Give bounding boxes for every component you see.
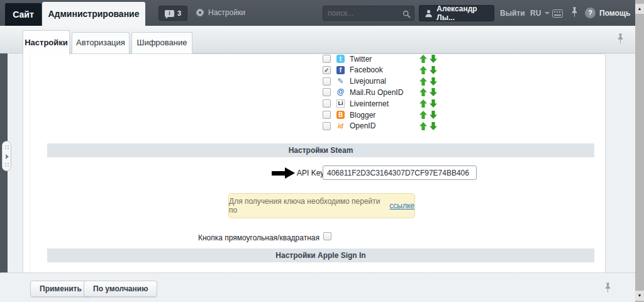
pin-tabs-icon[interactable] (617, 33, 624, 47)
expand-menu-handle[interactable] (2, 141, 11, 171)
help-label: Помощь (599, 9, 630, 18)
notice-text: Для получения ключа необходимо перейти п… (229, 197, 387, 215)
social-label: Liveinternet (350, 99, 389, 108)
grip-dots-icon (5, 163, 6, 164)
apple-section-header: Настройки Apple Sign In (47, 249, 594, 262)
move-down-icon[interactable] (430, 122, 437, 130)
list-item-facebook: ✓ f Facebook (323, 65, 437, 75)
rect-button-label: Кнопка прямоугольная/квадратная (164, 233, 319, 242)
search-icon[interactable] (402, 9, 411, 21)
steam-section-header: Настройки Steam (47, 143, 594, 157)
api-key-input[interactable] (323, 165, 477, 180)
form-divider (30, 54, 30, 272)
openid-checkbox[interactable] (323, 122, 331, 130)
language-selector[interactable]: RU (530, 9, 550, 18)
social-networks-list: t Twitter ✓ f Facebook ✎ Livejournal @ M… (323, 54, 437, 131)
blogger-checkbox[interactable] (323, 111, 331, 119)
search-input[interactable] (328, 8, 398, 19)
notifications-count: 3 (177, 9, 181, 17)
settings-menu-item[interactable]: Настройки (196, 8, 245, 17)
tab-authorization[interactable]: Авторизация (72, 32, 130, 53)
liveinternet-icon: Li (336, 99, 345, 108)
admin-tab[interactable]: Администрирование (42, 2, 145, 26)
social-label: Mail.Ru OpenID (350, 88, 403, 97)
blogger-icon: B (336, 111, 345, 119)
openid-icon: id (336, 122, 345, 130)
gear-icon (196, 8, 204, 17)
language-label: RU (530, 9, 541, 18)
list-item-livejournal: ✎ Livejournal (323, 77, 437, 86)
hotkeys-icon[interactable] (552, 9, 563, 20)
scroll-down-icon[interactable]: ▼ (635, 291, 644, 301)
move-down-icon[interactable] (430, 99, 437, 108)
move-down-icon[interactable] (430, 66, 437, 74)
notice-link[interactable]: ссылке (389, 201, 414, 210)
page-tabs-row: Настройки Авторизация Шифрование (0, 26, 635, 53)
chevron-right-icon (6, 154, 9, 159)
social-label: Livejournal (350, 77, 386, 86)
list-item-mailru: @ Mail.Ru OpenID (323, 87, 437, 97)
pin-icon[interactable] (571, 7, 578, 21)
question-icon: ? (585, 8, 596, 18)
admin-page: Сайт Администрирование i 3 Настройки Але… (0, 0, 644, 302)
social-label: OpenID (350, 121, 375, 130)
move-up-icon[interactable] (419, 122, 427, 130)
help-button[interactable]: ? Помощь (585, 8, 630, 18)
list-item-blogger: B Blogger (323, 110, 437, 120)
liveinternet-checkbox[interactable] (323, 99, 331, 108)
list-item-twitter: t Twitter (323, 54, 437, 64)
twitter-icon: t (336, 55, 345, 63)
livejournal-icon: ✎ (336, 77, 345, 86)
move-up-icon[interactable] (419, 99, 427, 108)
user-icon (425, 9, 432, 18)
facebook-icon: f (336, 66, 345, 74)
annotation-arrow-icon (272, 167, 295, 179)
settings-label: Настройки (208, 8, 245, 17)
notifications-button[interactable]: i 3 (158, 6, 187, 21)
logout-link[interactable]: Выйти (500, 9, 525, 18)
top-bar: Сайт Администрирование i 3 Настройки Але… (0, 0, 644, 26)
pin-footer-icon[interactable] (604, 282, 611, 296)
grip-dots-icon (5, 145, 6, 147)
user-menu-button[interactable]: Александр Лы... (419, 5, 494, 21)
api-key-label: API Key (297, 169, 324, 177)
social-label: Facebook (350, 65, 383, 74)
move-up-icon[interactable] (419, 66, 427, 74)
user-name: Александр Лы... (436, 4, 494, 22)
list-item-openid: id OpenID (323, 121, 437, 131)
tab-settings[interactable]: Настройки (23, 30, 70, 54)
notification-bubble-icon: i (165, 10, 174, 17)
move-up-icon[interactable] (419, 55, 427, 63)
social-label: Blogger (350, 111, 375, 120)
move-down-icon[interactable] (430, 111, 437, 119)
list-item-liveinternet: Li Liveinternet (323, 99, 437, 108)
move-up-icon[interactable] (419, 111, 427, 119)
move-down-icon[interactable] (430, 88, 437, 96)
move-up-icon[interactable] (419, 88, 427, 96)
chevron-down-icon (545, 12, 550, 14)
scroll-up-icon[interactable]: ▲ (635, 4, 644, 14)
livejournal-checkbox[interactable] (323, 77, 331, 86)
default-button[interactable]: По умолчанию (84, 281, 157, 297)
social-label: Twitter (350, 55, 372, 64)
search-box (323, 6, 414, 21)
api-key-notice: Для получения ключа необходимо перейти п… (228, 193, 415, 218)
rect-button-checkbox[interactable] (323, 232, 331, 240)
site-tab[interactable]: Сайт (5, 3, 42, 26)
move-down-icon[interactable] (430, 55, 437, 63)
form-footer: Применить По умолчанию (0, 272, 635, 302)
vertical-scrollbar[interactable]: ▲ ▼ (635, 0, 644, 302)
twitter-checkbox[interactable] (323, 55, 331, 63)
facebook-checkbox[interactable]: ✓ (323, 66, 331, 74)
tab-encryption[interactable]: Шифрование (131, 32, 192, 53)
move-up-icon[interactable] (419, 77, 427, 86)
apply-button[interactable]: Применить (30, 281, 91, 297)
mailru-openid-icon: @ (336, 88, 345, 96)
move-down-icon[interactable] (430, 77, 437, 86)
mailru-checkbox[interactable] (323, 88, 331, 96)
